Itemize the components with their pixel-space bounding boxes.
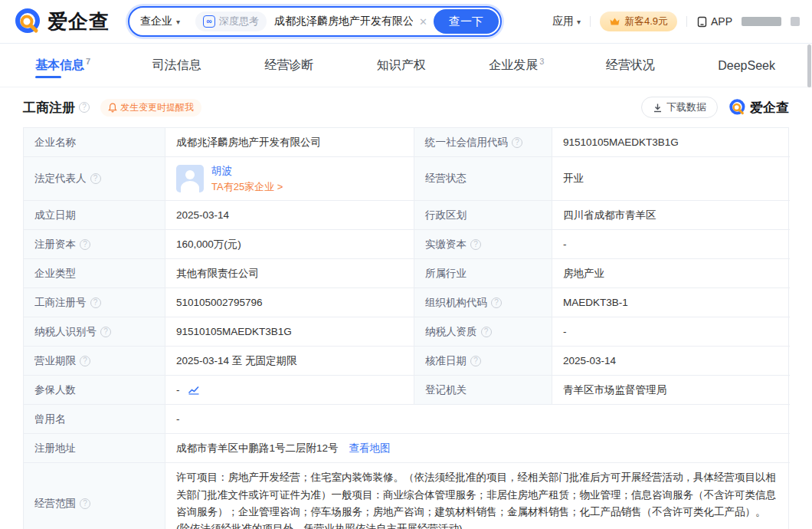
value-text: 四川省成都市青羊区 [563, 208, 656, 223]
tab-label: 经营诊断 [264, 58, 313, 71]
search-box: 查企业 ▾ ∞ 深度思考 ✕ 查一下 [128, 6, 502, 37]
label-text: 组织机构代码 [425, 295, 487, 310]
tab-enterprise-development[interactable]: 企业发展3 [487, 44, 545, 86]
search-input[interactable] [274, 15, 413, 28]
field-label: 法定代表人? [24, 157, 165, 201]
deep-think-toggle[interactable]: ∞ 深度思考 [195, 12, 267, 31]
label-text: 企业名称 [34, 135, 76, 150]
field-label: 行政区划 [414, 201, 552, 230]
field-value-insured-count: - [165, 376, 414, 405]
label-text: 注册地址 [34, 441, 76, 456]
field-value-founded-date: 2025-03-14 [165, 201, 414, 230]
help-icon[interactable]: ? [491, 297, 502, 308]
header-nav: 应用 ▾ 新客4.9元 APP [552, 12, 800, 31]
help-icon[interactable]: ? [80, 239, 90, 250]
scrollbar-thumb[interactable] [807, 44, 811, 87]
field-label: 企业类型 [24, 259, 165, 288]
download-data-button[interactable]: 下载数据 [641, 97, 718, 118]
redacted-avatar [791, 17, 800, 26]
tab-deepseek[interactable]: DeepSeek [716, 45, 778, 85]
tab-operating-status[interactable]: 经营状况 [604, 44, 658, 86]
help-icon[interactable]: ? [470, 239, 481, 250]
value-text: 开业 [563, 171, 584, 186]
field-value-business-scope: 许可项目：房地产开发经营；住宅室内装饰装修。（依法须经批准的项目，经相关部门批准… [165, 463, 790, 529]
help-icon[interactable]: ? [481, 327, 492, 337]
legal-rep-avatar[interactable] [176, 165, 204, 192]
search-button[interactable]: 查一下 [434, 9, 499, 34]
tab-judicial-info[interactable]: 司法信息 [151, 44, 205, 86]
clear-search-icon[interactable]: ✕ [419, 16, 427, 28]
label-text: 注册资本 [34, 237, 76, 252]
field-label: 统一社会信用代码? [414, 128, 552, 157]
label-text: 曾用名 [34, 412, 66, 427]
field-value-industry: 房地产业 [552, 259, 790, 288]
logo-text: 爱企查 [47, 8, 110, 35]
value-text: MAEDKT3B-1 [563, 295, 628, 310]
field-value-credit-code: 91510105MAEDKT3B1G [552, 128, 790, 157]
field-value-legal-rep: 胡波 TA有25家企业 > [165, 157, 414, 201]
value-text: 510105002795796 [176, 295, 263, 310]
label-text: 经营范围 [34, 496, 76, 511]
field-label: 营业期限? [24, 347, 165, 376]
field-value-registration-number: 510105002795796 [165, 288, 414, 317]
tab-label: 经营状况 [606, 58, 655, 71]
watermark-logo-text: 爱企查 [750, 99, 789, 117]
field-value-company-name: 成都兆泽麟房地产开发有限公司 [165, 128, 414, 157]
tab-business-diagnosis[interactable]: 经营诊断 [263, 44, 316, 86]
field-label: 经营状态 [414, 157, 552, 201]
value-text: 2025-03-14 [176, 208, 229, 223]
value-text: 2025-03-14 [563, 353, 616, 369]
field-label: 曾用名 [24, 405, 165, 434]
aiqicha-watermark-logo: 爱企查 [729, 98, 789, 117]
value-text: - [563, 237, 567, 252]
phone-icon [696, 16, 708, 28]
new-user-promo[interactable]: 新客4.9元 [600, 12, 677, 31]
app-label: APP [711, 15, 732, 28]
apps-menu[interactable]: 应用 ▾ [552, 15, 581, 28]
download-icon [653, 103, 663, 113]
value-text: 成都市青羊区中鹏路1号二层附12号 [176, 441, 339, 456]
help-icon[interactable]: ? [80, 498, 90, 509]
label-text: 法定代表人 [34, 171, 87, 186]
field-label: 注册资本? [24, 230, 165, 259]
redacted-username [742, 17, 781, 26]
field-label: 登记机关 [414, 376, 552, 405]
field-value-business-term: 2025-03-14 至 无固定期限 [165, 347, 414, 376]
label-text: 企业类型 [34, 266, 76, 281]
value-text: 91510105MAEDKT3B1G [563, 135, 679, 150]
insured-trend-chart-icon[interactable] [188, 385, 200, 395]
legal-rep-name-link[interactable]: 胡波 [211, 163, 283, 179]
label-text: 登记机关 [425, 383, 467, 398]
tab-basic-info[interactable]: 基本信息7 [34, 44, 92, 86]
view-map-link[interactable]: 查看地图 [349, 441, 391, 456]
tab-intellectual-property[interactable]: 知识产权 [375, 44, 429, 86]
search-category-dropdown[interactable]: 查企业 ▾ [140, 15, 180, 28]
help-icon[interactable]: ? [79, 102, 90, 113]
label-text: 纳税人资质 [425, 324, 477, 340]
section-header: 工商注册 ? 发生变更时提醒我 下载数据 爱企查 [0, 87, 812, 126]
label-text: 成立日期 [34, 208, 76, 223]
field-label: 纳税人识别号? [24, 317, 165, 347]
change-reminder-button[interactable]: 发生变更时提醒我 [100, 99, 201, 117]
deep-think-label: 深度思考 [219, 15, 259, 28]
field-value-paid-capital: - [552, 230, 790, 259]
field-label: 实缴资本? [414, 230, 552, 259]
help-icon[interactable]: ? [80, 356, 90, 366]
value-text: 其他有限责任公司 [176, 266, 259, 281]
value-text: 许可项目：房地产开发经营；住宅室内装饰装修。（依法须经批准的项目，经相关部门批准… [176, 469, 779, 529]
label-text: 统一社会信用代码 [425, 135, 508, 150]
help-icon[interactable]: ? [90, 173, 101, 184]
help-icon[interactable]: ? [470, 356, 481, 366]
field-label: 所属行业 [414, 259, 552, 288]
label-text: 实缴资本 [425, 237, 467, 252]
app-download[interactable]: APP [696, 15, 732, 28]
legal-rep-companies-link[interactable]: TA有25家企业 > [211, 180, 283, 195]
help-icon[interactable]: ? [90, 297, 101, 308]
aiqicha-logo[interactable]: 爱企查 [14, 7, 110, 36]
help-icon[interactable]: ? [512, 137, 522, 148]
legal-rep-info: 胡波 TA有25家企业 > [211, 163, 283, 194]
help-icon[interactable]: ? [100, 327, 111, 337]
label-text: 所属行业 [425, 266, 467, 281]
nav-divider [686, 16, 687, 27]
field-value-taxpayer-id: 91510105MAEDKT3B1G [165, 317, 414, 347]
